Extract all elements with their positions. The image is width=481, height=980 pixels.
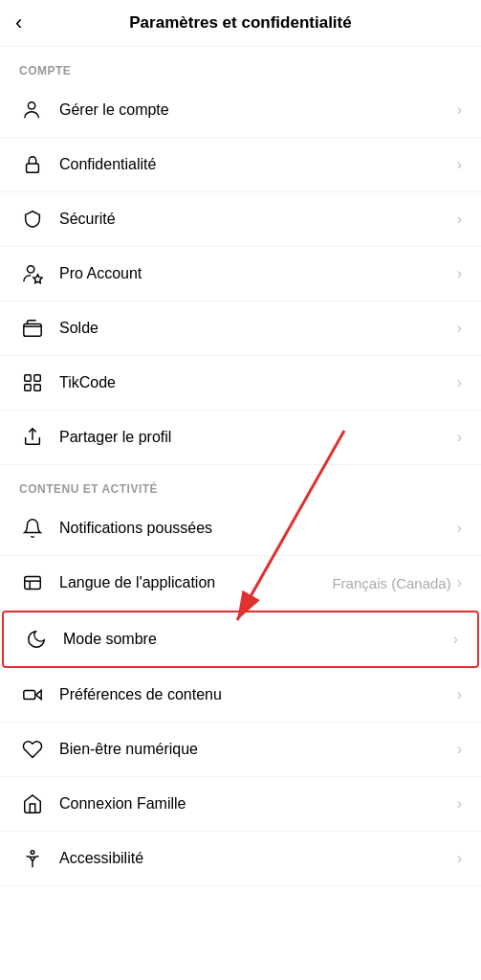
page-title: Paramètres et confidentialité	[15, 13, 466, 33]
menu-item-partager-profil[interactable]: Partager le profil›	[0, 411, 481, 465]
section-contenu: CONTENU ET ACTIVITÉNotifications poussée…	[0, 465, 481, 886]
svg-point-0	[28, 102, 34, 109]
svg-rect-5	[25, 375, 31, 381]
back-button[interactable]: ‹	[15, 11, 22, 35]
menu-item-label-preferences-contenu: Préférences de contenu	[59, 686, 457, 703]
person-star-icon	[19, 260, 46, 287]
chevron-icon-securite: ›	[457, 211, 462, 228]
share-icon	[19, 424, 46, 451]
menu-item-value-langue: Français (Canada)	[332, 575, 450, 591]
menu-item-label-bien-etre: Bien-être numérique	[59, 741, 457, 758]
svg-point-2	[28, 266, 34, 273]
menu-item-label-solde: Solde	[59, 320, 457, 337]
shield-icon	[19, 206, 46, 233]
person-icon	[19, 97, 46, 123]
chevron-icon-tikcode: ›	[457, 374, 462, 391]
section-label-compte: COMPTE	[0, 47, 481, 83]
menu-item-label-partager-profil: Partager le profil	[59, 429, 457, 446]
menu-item-label-gerer-compte: Gérer le compte	[59, 101, 457, 119]
menu-item-label-securite: Sécurité	[59, 211, 457, 228]
chevron-icon-solde: ›	[457, 320, 462, 337]
header: ‹ Paramètres et confidentialité	[0, 0, 481, 47]
svg-marker-14	[36, 690, 41, 699]
chevron-icon-bien-etre: ›	[457, 741, 462, 758]
chevron-icon-pro-account: ›	[457, 265, 462, 282]
svg-rect-6	[34, 375, 40, 381]
menu-item-label-confidentialite: Confidentialité	[59, 156, 457, 173]
settings-page: ‹ Paramètres et confidentialité COMPTEGé…	[0, 0, 481, 886]
menu-item-label-notifications: Notifications poussées	[59, 520, 457, 537]
svg-rect-4	[24, 323, 41, 336]
lock-icon	[19, 151, 46, 178]
menu-item-accessibilite[interactable]: Accessibilité›	[0, 832, 481, 886]
menu-item-langue[interactable]: Langue de l'applicationFrançais (Canada)…	[0, 556, 481, 611]
section-label-contenu: CONTENU ET ACTIVITÉ	[0, 465, 481, 501]
chevron-icon-preferences-contenu: ›	[457, 686, 462, 703]
menu-item-tikcode[interactable]: TikCode›	[0, 356, 481, 411]
menu-item-label-langue: Langue de l'application	[59, 574, 332, 591]
menu-item-bien-etre[interactable]: Bien-être numérique›	[0, 723, 481, 777]
heart-icon	[19, 736, 46, 763]
menu-item-label-connexion-famille: Connexion Famille	[59, 795, 457, 813]
menu-item-securite[interactable]: Sécurité›	[0, 192, 481, 247]
wallet-icon	[19, 315, 46, 342]
svg-rect-13	[24, 690, 35, 699]
menu-item-preferences-contenu[interactable]: Préférences de contenu›	[0, 668, 481, 723]
grid-icon	[19, 369, 46, 396]
svg-rect-1	[27, 164, 39, 172]
svg-rect-10	[25, 577, 41, 590]
chevron-icon-partager-profil: ›	[457, 429, 462, 446]
menu-item-label-tikcode: TikCode	[59, 374, 457, 391]
bell-icon	[19, 515, 46, 542]
menu-item-notifications[interactable]: Notifications poussées›	[0, 501, 481, 556]
chevron-icon-langue: ›	[457, 574, 462, 591]
svg-rect-7	[25, 385, 31, 390]
chevron-icon-notifications: ›	[457, 520, 462, 537]
menu-item-mode-sombre[interactable]: Mode sombre›	[2, 611, 479, 668]
translate-icon	[19, 569, 46, 596]
moon-icon	[23, 626, 50, 653]
menu-item-label-mode-sombre: Mode sombre	[63, 631, 453, 648]
chevron-icon-connexion-famille: ›	[457, 795, 462, 813]
accessibility-icon	[19, 845, 46, 872]
menu-item-gerer-compte[interactable]: Gérer le compte›	[0, 83, 481, 138]
menu-item-label-accessibilite: Accessibilité	[59, 850, 457, 867]
chevron-icon-accessibilite: ›	[457, 850, 462, 867]
menu-item-solde[interactable]: Solde›	[0, 301, 481, 356]
menu-item-pro-account[interactable]: Pro Account›	[0, 247, 481, 301]
svg-marker-3	[33, 275, 42, 283]
chevron-icon-gerer-compte: ›	[457, 101, 462, 119]
home-icon	[19, 791, 46, 817]
menu-item-confidentialite[interactable]: Confidentialité›	[0, 138, 481, 192]
svg-point-15	[31, 851, 34, 855]
chevron-icon-mode-sombre: ›	[453, 631, 458, 648]
svg-rect-8	[34, 385, 40, 390]
section-compte: COMPTEGérer le compte›Confidentialité›Sé…	[0, 47, 481, 465]
menu-item-label-pro-account: Pro Account	[59, 265, 457, 282]
menu-item-connexion-famille[interactable]: Connexion Famille›	[0, 777, 481, 832]
chevron-icon-confidentialite: ›	[457, 156, 462, 173]
menu-container: COMPTEGérer le compte›Confidentialité›Sé…	[0, 47, 481, 886]
video-icon	[19, 681, 46, 708]
